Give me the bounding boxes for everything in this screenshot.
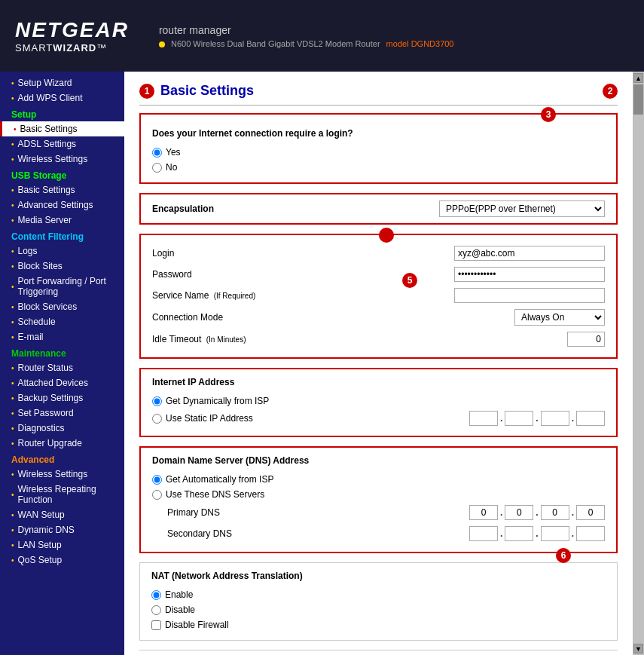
sidebar-item-email[interactable]: • E-mail <box>0 329 124 344</box>
sidebar-item-wireless-repeating[interactable]: • Wireless Repeating Function <box>0 482 124 507</box>
main-layout: • Setup Wizard • Add WPS Client Setup • … <box>0 72 644 655</box>
secondary-dns-2[interactable] <box>505 526 533 541</box>
sidebar-item-attached-devices[interactable]: • Attached Devices <box>0 375 124 390</box>
sidebar-item-port-forwarding[interactable]: • Port Forwarding / Port Triggering <box>0 274 124 299</box>
sidebar-item-block-services[interactable]: • Block Services <box>0 299 124 314</box>
static-ip-1[interactable] <box>469 411 498 426</box>
no-radio[interactable] <box>152 163 162 173</box>
sidebar-item-router-status[interactable]: • Router Status <box>0 360 124 375</box>
sidebar-label: Wireless Settings <box>18 154 88 164</box>
adv-section-label: Advanced <box>0 451 124 467</box>
static-ip-4[interactable] <box>576 411 605 426</box>
login-input[interactable] <box>454 246 605 261</box>
sidebar-item-wan-setup[interactable]: • WAN Setup <box>0 507 124 522</box>
scroll-thumb[interactable] <box>633 84 643 115</box>
scroll-down-button[interactable]: ▼ <box>633 644 643 653</box>
sidebar-label: Router Status <box>18 363 73 373</box>
encapsulation-label: Encapsulation <box>152 204 439 214</box>
sidebar-item-wireless[interactable]: • Wireless Settings <box>0 152 124 167</box>
sidebar-item-basic-settings[interactable]: • Basic Settings <box>0 121 124 136</box>
sidebar-item-setup-wizard[interactable]: • Setup Wizard <box>0 75 124 90</box>
service-name-row: Service Name (If Required) <box>152 285 605 306</box>
use-static-label: Use Static IP Address <box>166 413 469 424</box>
connection-mode-select[interactable]: Always On Dial on Demand Manually Connec… <box>514 309 605 326</box>
secondary-dns-inputs: . . . <box>469 526 605 541</box>
bullet-icon: • <box>11 216 14 225</box>
yes-radio[interactable] <box>152 148 162 158</box>
scroll-up-button[interactable]: ▲ <box>633 73 643 83</box>
sidebar-item-usb-advanced[interactable]: • Advanced Settings <box>0 197 124 213</box>
secondary-dns-1[interactable] <box>469 526 498 541</box>
get-dynamically-label: Get Dynamically from ISP <box>166 396 269 406</box>
sidebar-item-adv-wireless[interactable]: • Wireless Settings <box>0 467 124 482</box>
primary-dns-1[interactable] <box>469 505 498 520</box>
sidebar-item-diagnostics[interactable]: • Diagnostics <box>0 421 124 436</box>
credentials-section: 4 5 Login Password <box>139 234 618 359</box>
static-ip-3[interactable] <box>541 411 569 426</box>
get-dynamically-radio[interactable] <box>152 396 162 406</box>
bullet-icon: • <box>11 140 14 148</box>
idle-timeout-wrap <box>258 332 605 347</box>
disable-firewall-row: Disable Firewall <box>151 617 606 632</box>
model-info: N600 Wireless Dual Band Gigabit VDSL2 Mo… <box>159 39 454 48</box>
sidebar-item-add-wps[interactable]: • Add WPS Client <box>0 90 124 106</box>
bullet-icon: • <box>11 394 14 402</box>
sidebar-label: Advanced Settings <box>18 200 93 210</box>
sidebar-item-router-upgrade[interactable]: • Router Upgrade <box>0 436 124 451</box>
sidebar-item-logs[interactable]: • Logs <box>0 243 124 259</box>
static-ip-2[interactable] <box>505 411 533 426</box>
secondary-dns-row: Secondary DNS . . . <box>152 523 605 544</box>
idle-timeout-label: Idle Timeout (In Minutes) <box>152 334 258 344</box>
disable-firewall-label: Disable Firewall <box>165 620 229 630</box>
idle-timeout-input[interactable] <box>567 332 605 347</box>
password-field-label: Password <box>152 269 258 280</box>
no-label: No <box>166 162 177 173</box>
button-bar: 7 → Apply Cancel Test <box>139 650 618 655</box>
use-these-dns-radio[interactable] <box>152 490 162 500</box>
sidebar-item-backup[interactable]: • Backup Settings <box>0 390 124 406</box>
sidebar-item-lan-setup[interactable]: • LAN Setup <box>0 537 124 552</box>
get-auto-isp-radio[interactable] <box>152 475 162 485</box>
nat-enable-radio[interactable] <box>151 590 161 600</box>
service-name-label: Service Name (If Required) <box>152 290 258 301</box>
nat-enable-row: Enable <box>151 587 606 602</box>
encapsulation-select[interactable]: PPPoE(PPP over Ethernet)PPPoA(PPP over A… <box>439 200 605 217</box>
sidebar-item-media-server[interactable]: • Media Server <box>0 213 124 228</box>
secondary-dns-3[interactable] <box>541 526 569 541</box>
internet-ip-title: Internet IP Address <box>152 377 605 387</box>
step2-badge: 2 <box>603 84 618 99</box>
sidebar-item-dynamic-dns[interactable]: • Dynamic DNS <box>0 522 124 537</box>
disable-firewall-checkbox[interactable] <box>151 620 161 630</box>
sidebar-item-schedule[interactable]: • Schedule <box>0 314 124 329</box>
secondary-dns-4[interactable] <box>576 526 605 541</box>
password-input[interactable] <box>454 267 605 282</box>
sidebar-item-qos-setup[interactable]: • QoS Setup <box>0 552 124 568</box>
primary-dns-3[interactable] <box>541 505 569 520</box>
sidebar-label: E-mail <box>18 332 44 342</box>
bullet-icon: • <box>11 186 14 194</box>
logo: NETGEAR SMARTWIZARD™ <box>15 18 129 54</box>
sidebar-item-usb-basic[interactable]: • Basic Settings <box>0 182 124 197</box>
bullet-icon: • <box>11 201 14 210</box>
sidebar-item-set-password[interactable]: • Set Password <box>0 406 124 421</box>
nat-enable-label: Enable <box>165 589 193 600</box>
smartwizard-logo: SMARTWIZARD™ <box>15 42 129 54</box>
login-input-wrap <box>258 246 605 261</box>
bullet-icon: • <box>11 155 14 164</box>
primary-dns-4[interactable] <box>576 505 605 520</box>
sidebar-label: Logs <box>18 246 38 256</box>
bullet-icon: • <box>11 526 14 534</box>
sidebar-item-adsl[interactable]: • ADSL Settings <box>0 136 124 152</box>
nat-disable-radio[interactable] <box>151 605 161 615</box>
bullet-icon: • <box>11 283 14 291</box>
bullet-icon: • <box>11 409 14 418</box>
no-radio-row: No <box>152 160 605 175</box>
service-name-input[interactable] <box>454 288 605 303</box>
model-number: model DGND3700 <box>386 39 454 48</box>
sidebar-label: Backup Settings <box>18 393 84 403</box>
primary-dns-2[interactable] <box>505 505 533 520</box>
bullet-icon: • <box>11 333 14 341</box>
use-static-radio[interactable] <box>152 414 162 424</box>
vertical-scrollbar[interactable]: ▲ ▼ <box>633 72 644 655</box>
sidebar-item-block-sites[interactable]: • Block Sites <box>0 259 124 274</box>
